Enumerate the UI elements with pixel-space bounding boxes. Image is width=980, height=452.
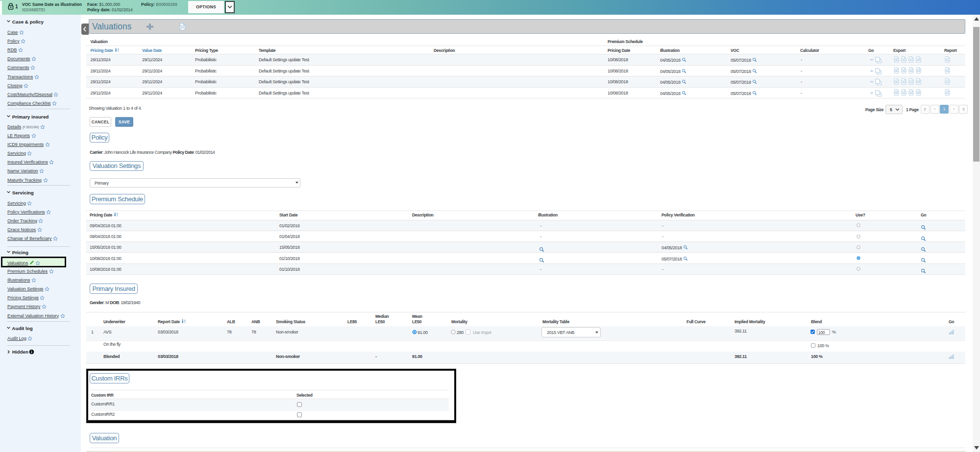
svg-text:XML: XML bbox=[895, 59, 898, 61]
svg-text:XLS: XLS bbox=[181, 26, 185, 28]
svg-text:CSV: CSV bbox=[902, 70, 906, 72]
svg-text:XLS: XLS bbox=[909, 70, 912, 72]
svg-text:PDF: PDF bbox=[917, 70, 920, 72]
svg-text:XML: XML bbox=[895, 92, 898, 94]
svg-text:XLS: XLS bbox=[909, 59, 912, 61]
svg-text:XML: XML bbox=[895, 81, 898, 83]
svg-text:XLS: XLS bbox=[946, 70, 949, 72]
svg-text:PDF: PDF bbox=[917, 81, 920, 83]
svg-text:CSV: CSV bbox=[902, 59, 906, 61]
svg-text:XLS: XLS bbox=[909, 81, 912, 83]
svg-text:PDF: PDF bbox=[917, 59, 920, 61]
svg-text:XLS: XLS bbox=[946, 92, 949, 94]
svg-text:XLS: XLS bbox=[909, 92, 912, 94]
svg-text:CSV: CSV bbox=[902, 81, 906, 83]
svg-text:XML: XML bbox=[895, 70, 898, 72]
svg-text:XLS: XLS bbox=[946, 59, 949, 61]
svg-text:XLS: XLS bbox=[946, 81, 949, 83]
svg-text:CSV: CSV bbox=[902, 92, 906, 94]
svg-text:PDF: PDF bbox=[917, 92, 920, 94]
